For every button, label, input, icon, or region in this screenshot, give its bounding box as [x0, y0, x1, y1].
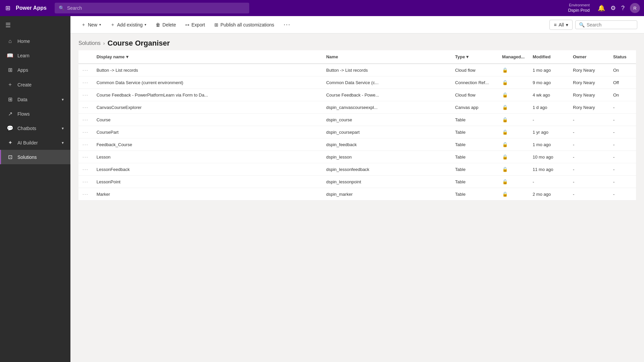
owner-cell: Rory Neary [569, 89, 609, 101]
type-cell: Cloud flow [451, 64, 498, 76]
type-cell: Canvas app [451, 101, 498, 114]
sidebar-item-create[interactable]: ＋ Create [0, 77, 70, 92]
sidebar-toggle[interactable]: ☰ [0, 16, 70, 34]
row-more-icon[interactable]: ··· [83, 142, 89, 147]
sidebar-item-label: AI Builder [17, 140, 38, 145]
environment-name: Dspin Prod [568, 8, 590, 13]
col-header-modified: Modified [529, 50, 569, 64]
table-search-input[interactable] [587, 22, 634, 27]
col-header-actions [78, 50, 93, 64]
publish-button[interactable]: ⊞ Publish all customizations [210, 20, 278, 29]
help-icon[interactable]: ? [621, 5, 625, 12]
lock-icon: 🔒 [502, 154, 508, 160]
publish-label: Publish all customizations [220, 22, 274, 27]
col-header-type[interactable]: Type ▾ [451, 50, 498, 64]
home-icon: ⌂ [7, 38, 13, 44]
sidebar-item-chatbots[interactable]: 💬 Chatbots ▾ [0, 121, 70, 135]
lock-icon: 🔒 [502, 80, 508, 85]
col-header-display-name[interactable]: Display name ▾ [93, 50, 322, 64]
toolbar-right: ≡ All ▾ 🔍 [549, 20, 637, 30]
filter-button[interactable]: ≡ All ▾ [549, 20, 573, 30]
display-name-cell: LessonPoint [93, 176, 322, 188]
name-cell: dspin_course [322, 114, 451, 126]
export-button[interactable]: ↦ Export [181, 20, 209, 29]
add-existing-icon: ＋ [110, 22, 115, 28]
type-cell: Table [451, 188, 498, 200]
row-menu-cell: ··· [78, 76, 93, 89]
table-container: Display name ▾ Name Type ▾ [70, 50, 644, 362]
row-more-icon[interactable]: ··· [83, 92, 89, 98]
apps-icon: ⊞ [7, 67, 13, 73]
managed-cell: 🔒 [498, 188, 529, 200]
row-more-icon[interactable]: ··· [83, 154, 89, 160]
status-cell: On [609, 64, 636, 76]
row-more-icon[interactable]: ··· [83, 167, 89, 172]
row-more-icon[interactable]: ··· [83, 80, 89, 85]
name-cell: dspin_lessonpoint [322, 176, 451, 188]
name-cell: Course Feedback - Powe... [322, 89, 451, 101]
sidebar-item-learn[interactable]: 📖 Learn [0, 48, 70, 63]
new-button[interactable]: ＋ New ▾ [77, 20, 105, 30]
settings-icon[interactable]: ⚙ [610, 4, 616, 12]
managed-cell: 🔒 [498, 163, 529, 176]
sidebar: ☰ ⌂ Home 📖 Learn ⊞ Apps ＋ Create ⊞ Data … [0, 16, 70, 362]
display-name-cell: Course [93, 114, 322, 126]
global-search-input[interactable] [67, 5, 245, 11]
row-more-icon[interactable]: ··· [83, 67, 89, 73]
modified-cell: 2 mo ago [529, 188, 569, 200]
sidebar-item-label: Apps [17, 67, 28, 73]
type-cell: Table [451, 176, 498, 188]
row-more-icon[interactable]: ··· [83, 129, 89, 135]
sort-icon: ▾ [466, 54, 469, 59]
sidebar-item-label: Home [17, 39, 30, 44]
row-more-icon[interactable]: ··· [83, 117, 89, 122]
status-cell: - [609, 101, 636, 114]
chevron-down-icon: ▾ [145, 23, 146, 26]
status-cell: - [609, 176, 636, 188]
sidebar-item-home[interactable]: ⌂ Home [0, 34, 70, 48]
chevron-down-icon: ▾ [62, 97, 64, 102]
owner-cell: - [569, 138, 609, 151]
sidebar-item-apps[interactable]: ⊞ Apps [0, 63, 70, 77]
toolbar-search[interactable]: 🔍 [575, 20, 637, 29]
toolbar: ＋ New ▾ ＋ Add existing ▾ 🗑 Delete ↦ Expo… [70, 16, 644, 34]
avatar[interactable]: R [630, 3, 640, 13]
delete-icon: 🗑 [156, 22, 160, 27]
chatbots-icon: 💬 [7, 125, 13, 131]
table-row: ··· Course Feedback - PowerPlatformLearn… [78, 89, 636, 101]
type-cell: Table [451, 126, 498, 138]
display-name-cell: LessonFeedback [93, 163, 322, 176]
app-title: Power Apps [16, 5, 47, 11]
breadcrumb-parent-link[interactable]: Solutions [78, 40, 101, 46]
row-more-icon[interactable]: ··· [83, 191, 89, 197]
chevron-down-icon: ▾ [566, 22, 568, 27]
global-search-bar[interactable]: 🔍 [55, 3, 249, 13]
sidebar-item-label: Chatbots [17, 126, 36, 131]
table-row: ··· Common Data Service (current environ… [78, 76, 636, 89]
sidebar-item-data[interactable]: ⊞ Data ▾ [0, 92, 70, 107]
add-existing-button[interactable]: ＋ Add existing ▾ [106, 20, 150, 30]
row-more-icon[interactable]: ··· [83, 105, 89, 110]
sidebar-item-solutions[interactable]: ⊡ Solutions [0, 150, 70, 164]
display-name-cell: Course Feedback - PowerPlatformLearn via… [93, 89, 322, 101]
notification-icon[interactable]: 🔔 [598, 4, 605, 12]
row-more-icon[interactable]: ··· [83, 179, 89, 184]
managed-cell: 🔒 [498, 76, 529, 89]
name-cell: dspin_lesson [322, 151, 451, 163]
delete-button[interactable]: 🗑 Delete [152, 20, 180, 29]
row-menu-cell: ··· [78, 151, 93, 163]
sidebar-item-ai-builder[interactable]: ✦ AI Builder ▾ [0, 135, 70, 150]
sort-icon: ▾ [126, 54, 128, 59]
chevron-down-icon: ▾ [62, 126, 64, 131]
sidebar-item-flows[interactable]: ↗ Flows [0, 107, 70, 121]
display-name-cell: Lesson [93, 151, 322, 163]
waffle-icon[interactable]: ⊞ [4, 3, 12, 13]
managed-cell: 🔒 [498, 151, 529, 163]
row-menu-cell: ··· [78, 64, 93, 76]
modified-cell: - [529, 176, 569, 188]
col-header-status: Status [609, 50, 636, 64]
more-button[interactable]: ··· [280, 19, 295, 30]
display-name-cell: CanvasCourseExplorer [93, 101, 322, 114]
environment-label: Environment [568, 3, 590, 7]
type-cell: Table [451, 151, 498, 163]
